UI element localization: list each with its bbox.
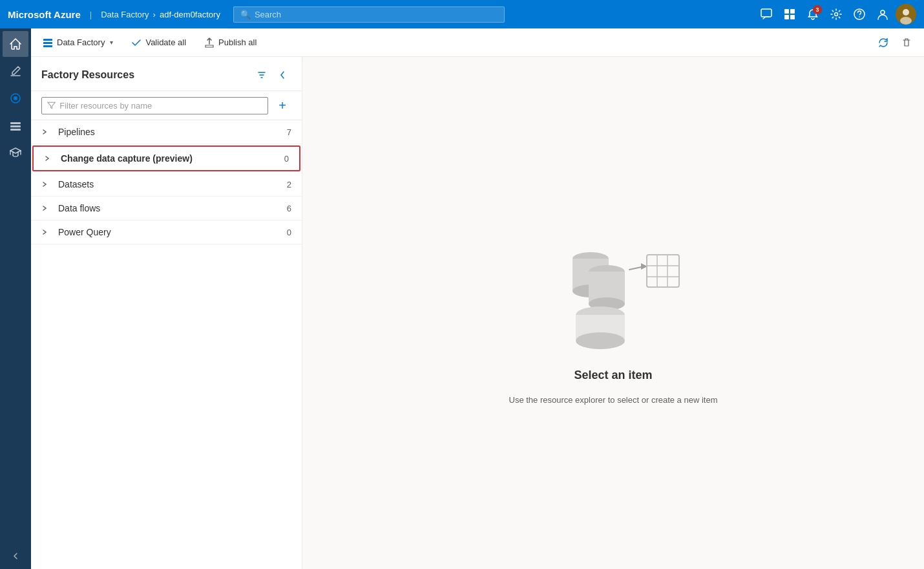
empty-state-title: Select an item [574, 369, 652, 382]
svg-rect-2 [790, 9, 795, 14]
breadcrumb-arrow: › [153, 10, 156, 19]
chevron-right-icon [41, 129, 54, 135]
panel-title: Factory Resources [41, 69, 134, 81]
data-factory-dropdown[interactable]: Data Factory [39, 35, 117, 50]
sort-icon[interactable] [253, 66, 271, 84]
toolbar-right [874, 33, 916, 52]
resource-label: Pipelines [58, 127, 278, 137]
svg-rect-18 [43, 42, 52, 44]
resource-count: 2 [278, 180, 291, 189]
data-factory-label: Data Factory [57, 38, 105, 47]
resource-item[interactable]: Data flows 6 [31, 197, 302, 220]
nav-learn-icon[interactable] [3, 140, 28, 166]
svg-rect-14 [10, 122, 21, 124]
azure-brand: Microsoft Azure [8, 9, 81, 20]
resource-list: Pipelines 7 Change data capture (preview… [31, 120, 302, 244]
notification-badge: 3 [813, 5, 822, 14]
filter-icon [47, 101, 56, 110]
toolbar: Data Factory Validate all Publish all [31, 28, 924, 57]
svg-point-10 [903, 9, 909, 16]
empty-state-subtitle: Use the resource explorer to select or c… [509, 395, 718, 405]
svg-point-5 [835, 13, 838, 16]
svg-point-11 [900, 17, 912, 25]
filter-resources-input[interactable] [59, 101, 262, 111]
validate-label: Validate all [145, 38, 186, 47]
resource-item[interactable]: Datasets 2 [31, 173, 302, 197]
left-navigation [0, 28, 31, 569]
top-bar-icon-group: 3 [756, 4, 916, 25]
svg-rect-1 [784, 9, 789, 14]
user-avatar[interactable] [896, 4, 916, 25]
svg-point-8 [881, 10, 885, 14]
filter-input-wrapper[interactable] [41, 97, 268, 114]
nav-monitor-icon[interactable] [3, 85, 28, 111]
svg-rect-4 [790, 15, 795, 19]
refresh-icon[interactable] [874, 33, 893, 52]
svg-point-33 [576, 332, 625, 349]
resource-label: Change data capture (preview) [61, 153, 276, 164]
nav-edit-icon[interactable] [3, 58, 28, 84]
workspace: Data Factory Validate all Publish all [31, 28, 924, 569]
svg-rect-17 [43, 39, 52, 41]
resource-label: Power Query [58, 227, 278, 237]
chevron-right-icon [41, 205, 54, 211]
top-navigation-bar: Microsoft Azure | Data Factory › adf-dem… [0, 0, 924, 28]
help-icon[interactable] [849, 4, 870, 25]
nav-home-icon[interactable] [3, 31, 28, 57]
delete-icon[interactable] [897, 33, 916, 52]
svg-rect-3 [784, 15, 789, 19]
resource-count: 7 [278, 127, 291, 137]
breadcrumb-part1[interactable]: Data Factory [101, 10, 149, 19]
search-icon: 🔍 [240, 10, 251, 19]
settings-icon[interactable] [826, 4, 846, 25]
notifications-icon[interactable]: 3 [803, 4, 823, 25]
resource-item[interactable]: Power Query 0 [31, 220, 302, 244]
resource-item[interactable]: Change data capture (preview) 0 [32, 145, 300, 171]
svg-rect-15 [10, 125, 21, 127]
empty-state-illustration [542, 221, 684, 350]
collapse-panel-icon[interactable] [273, 66, 291, 84]
nav-manage-icon[interactable] [3, 113, 28, 138]
svg-rect-19 [43, 45, 52, 47]
chat-icon[interactable] [756, 4, 777, 25]
chevron-right-icon [41, 229, 54, 235]
user-icon[interactable] [872, 4, 893, 25]
publish-all-button[interactable]: Publish all [200, 35, 260, 50]
add-resource-button[interactable]: + [273, 96, 291, 114]
breadcrumb: Data Factory › adf-dem0factory [101, 10, 220, 19]
nav-collapse-icon[interactable] [3, 543, 28, 569]
content-area: Factory Resources + [31, 57, 924, 569]
separator: | [90, 10, 92, 19]
resource-item[interactable]: Pipelines 7 [31, 120, 302, 144]
panel-header: Factory Resources [31, 57, 302, 91]
svg-rect-0 [761, 9, 772, 17]
resource-label: Datasets [58, 179, 278, 189]
chevron-right-icon [44, 155, 57, 162]
search-box[interactable]: 🔍 [233, 6, 505, 23]
svg-rect-26 [647, 255, 679, 287]
search-input[interactable] [255, 10, 498, 19]
main-empty-state: Select an item Use the resource explorer… [302, 57, 924, 569]
filter-bar: + [31, 91, 302, 120]
resource-label: Data flows [58, 203, 278, 213]
breadcrumb-part2[interactable]: adf-dem0factory [160, 10, 220, 19]
panel-header-icons [253, 66, 291, 84]
svg-point-13 [14, 96, 17, 100]
svg-point-7 [859, 16, 860, 17]
publish-label: Publish all [218, 38, 257, 47]
chevron-right-icon [41, 181, 54, 188]
resource-count: 0 [276, 154, 289, 164]
validate-all-button[interactable]: Validate all [127, 35, 190, 50]
resources-panel: Factory Resources + [31, 57, 302, 569]
portal-icon[interactable] [779, 4, 800, 25]
resource-count: 6 [278, 204, 291, 213]
main-layout: Data Factory Validate all Publish all [0, 28, 924, 569]
svg-rect-16 [10, 129, 21, 131]
resource-count: 0 [278, 228, 291, 237]
